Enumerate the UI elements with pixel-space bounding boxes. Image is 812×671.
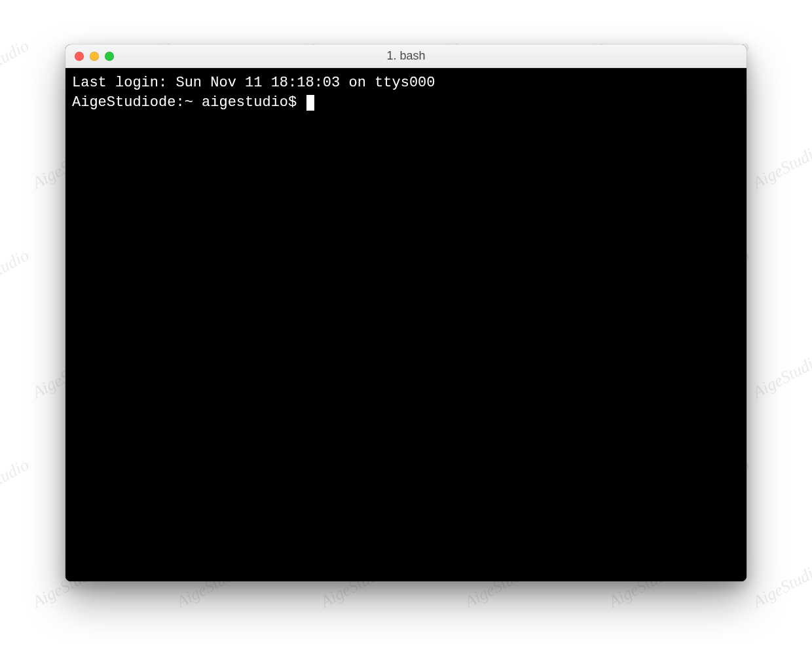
watermark-text: AigeStudio [534, 664, 609, 671]
traffic-lights [75, 52, 114, 61]
watermark-text: AigeStudio [0, 455, 32, 507]
watermark-text: AigeStudio [750, 560, 812, 612]
shell-prompt: AigeStudiode:~ aigestudio$ [72, 94, 305, 111]
watermark-text: AigeStudio [0, 245, 32, 298]
last-login-text: Last login: Sun Nov 11 18:18:03 on ttys0… [72, 75, 435, 91]
watermark-text: AigeStudio [246, 664, 321, 671]
cursor-icon [306, 95, 314, 111]
watermark-text: AigeStudio [750, 350, 812, 403]
watermark-text: AigeStudio [678, 664, 753, 671]
watermark-text: AigeStudio [0, 36, 32, 88]
watermark-text: AigeStudio [0, 664, 32, 671]
zoom-icon[interactable] [105, 52, 114, 61]
window-titlebar[interactable]: 1. bash [65, 45, 747, 68]
terminal-body[interactable]: Last login: Sun Nov 11 18:18:03 on ttys0… [65, 68, 747, 581]
watermark-text: AigeStudio [390, 664, 465, 671]
minimize-icon[interactable] [90, 52, 99, 61]
window-title: 1. bash [65, 49, 747, 63]
watermark-text: AigeStudio [750, 141, 812, 193]
close-icon[interactable] [75, 52, 84, 61]
watermark-text: AigeStudio [101, 664, 177, 671]
terminal-window: 1. bash Last login: Sun Nov 11 18:18:03 … [65, 45, 747, 581]
